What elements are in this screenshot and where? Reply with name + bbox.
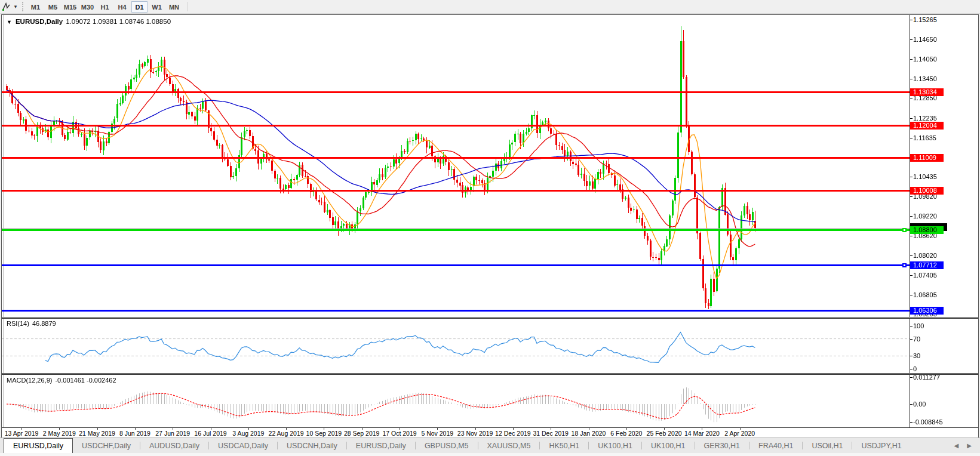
- panel-separator[interactable]: [2, 373, 978, 375]
- date-label: 13 Apr 2019: [5, 430, 39, 437]
- horizontal-level-line[interactable]: [2, 264, 910, 266]
- timeframe-button-h1[interactable]: H1: [97, 1, 113, 13]
- date-label: 5 Nov 2019: [421, 430, 453, 437]
- tab-fra40-h1[interactable]: FRA40,H1: [749, 438, 802, 453]
- chevron-down-icon[interactable]: ▾: [11, 4, 20, 10]
- date-label: 2 May 2019: [43, 430, 76, 437]
- tab-ger30-h1[interactable]: GER30,H1: [695, 438, 749, 453]
- chart-title: ▼EURUSD,Daily1.09072 1.09381 1.08746 1.0…: [7, 18, 171, 25]
- tab-eurusd-daily[interactable]: EURUSD,Daily: [347, 438, 415, 453]
- macd-scale-label: 0.011277: [913, 374, 940, 381]
- level-price-label: 1.10008: [910, 187, 944, 195]
- tab-hk50-h1[interactable]: HK50,H1: [540, 438, 588, 453]
- rsi-scale-label: 30: [913, 352, 920, 360]
- tab-eurusd-daily[interactable]: EURUSD,Daily: [4, 438, 73, 453]
- timeframe-button-d1[interactable]: D1: [131, 1, 148, 13]
- chart-symbol-label: EURUSD,Daily: [16, 18, 63, 25]
- tab-usoil-h1[interactable]: USOil,H1: [803, 438, 852, 453]
- rsi-scale-label: 100: [913, 322, 924, 330]
- date-label: 10 Sep 2019: [306, 430, 342, 437]
- horizontal-level-line[interactable]: [2, 229, 910, 231]
- price-axis-line: [910, 15, 910, 427]
- timeframe-button-m5[interactable]: M5: [45, 1, 61, 13]
- date-label: 18 Jan 2020: [572, 430, 606, 437]
- tab-scroll-right-icon[interactable]: ▶: [967, 442, 972, 449]
- date-label: 23 Nov 2019: [457, 430, 493, 437]
- rsi-scale-label: 0: [913, 365, 917, 373]
- status-strip: [0, 453, 980, 456]
- macd-name: MACD(12,26,9): [7, 377, 52, 384]
- macd-values: -0.001461 -0.002462: [55, 377, 116, 384]
- rsi-value: 46.8879: [32, 320, 56, 327]
- date-label: 21 May 2019: [79, 430, 115, 437]
- tab-xauusd-m5[interactable]: XAUUSD,M5: [478, 438, 540, 453]
- time-axis: 13 Apr 20192 May 201921 May 20198 Jun 20…: [2, 428, 978, 437]
- timeframe-button-m15[interactable]: M15: [62, 1, 78, 13]
- date-label: 14 Mar 2020: [684, 430, 720, 437]
- macd-label: MACD(12,26,9)-0.001461 -0.002462: [7, 377, 116, 384]
- horizontal-level-line[interactable]: [2, 125, 910, 127]
- date-label: 8 Jun 2019: [119, 430, 150, 437]
- toolbar-grip: [22, 2, 23, 11]
- tab-uk100-h1[interactable]: UK100,H1: [589, 438, 641, 453]
- price-tick-label: 1.06805: [913, 291, 937, 299]
- macd-scale-label: -0.008845: [913, 418, 943, 426]
- tab-usdjpy-h1[interactable]: USDJPY,H1: [852, 438, 910, 453]
- line-handle[interactable]: [902, 263, 907, 267]
- date-label: 3 Aug 2019: [232, 430, 264, 437]
- date-label: 12 Dec 2019: [495, 430, 531, 437]
- price-tick-label: 1.11635: [913, 134, 936, 142]
- collapse-arrow-icon[interactable]: ▼: [7, 19, 12, 25]
- tab-scroll-left-icon[interactable]: ◀: [954, 442, 959, 449]
- chart-canvas[interactable]: [2, 15, 910, 428]
- tab-uk100-h1[interactable]: UK100,H1: [642, 438, 695, 453]
- date-label: 31 Dec 2019: [533, 430, 569, 437]
- date-label: 17 Oct 2019: [382, 430, 416, 437]
- timeframe-button-m1[interactable]: M1: [27, 1, 44, 13]
- level-price-label: 1.12004: [910, 122, 944, 130]
- panel-separator[interactable]: [2, 317, 978, 319]
- chart-ohlc-values: 1.09072 1.09381 1.08746 1.08850: [66, 18, 171, 25]
- rsi-scale-label: 70: [913, 335, 920, 343]
- timeframe-button-h4[interactable]: H4: [114, 1, 130, 13]
- tab-usdchf-daily[interactable]: USDCHF,Daily: [73, 438, 140, 453]
- price-tick-label: 1.14650: [913, 36, 937, 44]
- date-label: 22 Aug 2019: [269, 430, 304, 437]
- date-label: 2 Apr 2020: [724, 430, 755, 437]
- tab-usdcad-daily[interactable]: USDCAD,Daily: [209, 438, 277, 453]
- level-price-label: 1.06306: [910, 307, 944, 315]
- chart-cursor-icon[interactable]: [1, 1, 11, 12]
- date-label: 25 Feb 2020: [647, 430, 682, 437]
- level-price-label: 1.11009: [910, 154, 944, 162]
- symbol-tab-bar: EURUSD,DailyUSDCHF,DailyAUDUSD,DailyUSDC…: [0, 437, 980, 453]
- date-label: 6 Feb 2020: [610, 430, 642, 437]
- horizontal-level-line[interactable]: [2, 190, 910, 192]
- tab-usdcnh-daily[interactable]: USDCNH,Daily: [278, 438, 346, 453]
- rsi-label: RSI(14)46.8879: [7, 320, 56, 327]
- level-price-label: 1.13034: [910, 88, 944, 96]
- timeframe-button-mn[interactable]: MN: [166, 1, 182, 13]
- chart-inner-border: [4, 15, 4, 427]
- price-tick-label: 1.12235: [913, 115, 937, 122]
- date-label: 16 Jul 2019: [194, 430, 226, 437]
- horizontal-level-line[interactable]: [2, 157, 910, 159]
- rsi-name: RSI(14): [7, 320, 29, 327]
- date-label: 27 Jun 2019: [155, 430, 190, 437]
- price-tick-label: 1.10435: [913, 173, 937, 181]
- price-tick-label: 1.09220: [913, 212, 937, 220]
- price-tick-label: 1.08020: [913, 252, 937, 260]
- horizontal-level-line[interactable]: [2, 91, 910, 93]
- level-price-label: 1.07712: [910, 261, 944, 269]
- price-tick-label: 1.15265: [913, 16, 937, 24]
- tab-audusd-daily[interactable]: AUDUSD,Daily: [140, 438, 208, 453]
- price-tick-label: 1.14050: [913, 56, 937, 63]
- horizontal-level-line[interactable]: [2, 310, 910, 312]
- price-tick-label: 1.13450: [913, 75, 937, 83]
- toolbar-separator: [188, 2, 188, 11]
- tab-gbpusd-m5[interactable]: GBPUSD,M5: [416, 438, 478, 453]
- timeframe-button-m30[interactable]: M30: [79, 1, 96, 13]
- macd-scale-label: 0.00: [913, 400, 926, 408]
- line-handle[interactable]: [902, 228, 907, 232]
- date-label: 28 Sep 2019: [344, 430, 380, 437]
- timeframe-button-w1[interactable]: W1: [149, 1, 165, 13]
